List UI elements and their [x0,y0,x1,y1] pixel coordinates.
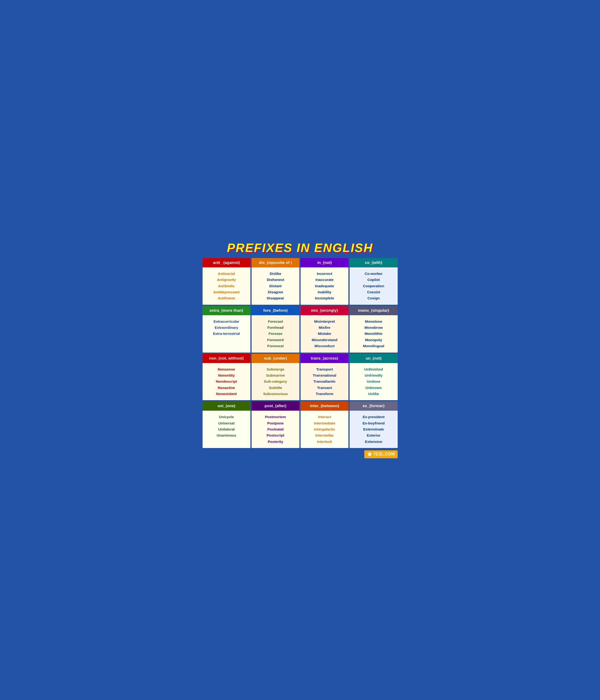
word-item: Nondescript [204,378,249,384]
word-item: Ex-president [351,414,396,420]
cell-inter: inter_(between)InteractIntermediateInter… [301,401,348,448]
word-item: Monopoly [351,337,396,343]
word-item: Extra-terrestrial [204,331,249,337]
body-co: Co-workerCopilotCooperationCoexistCosign [350,268,397,305]
word-item: Subconscious [253,391,298,397]
poster: PREFIXES IN ENGLISH anti_ (against)Antis… [200,237,400,463]
cell-dis: dis_(opposite of )DislikeDishonestDistan… [252,258,299,305]
word-item: Subtitle [253,385,298,391]
header-uni: uni_(one) [203,401,250,411]
header-anti: anti_ (against) [203,258,250,268]
footer-logo: 7ESL.COM [364,450,397,458]
word-item: Forecast [253,319,298,325]
word-item: Antisocial [204,271,249,277]
cell-sub: sub_(under)SubmergeSubmarineSub-category… [252,354,299,400]
word-item: Foresee [253,331,298,337]
body-dis: DislikeDishonestDistantDisagreeDisappear [252,268,299,305]
word-item: Antibiotic [204,283,249,289]
graduation-cap-icon [367,452,372,457]
word-item: Exterminate [351,426,396,432]
word-item: Dislike [253,271,298,277]
word-item: Unilateral [204,426,249,432]
body-in: IncorrectInaccurateInadequateInabilityIn… [301,268,348,305]
body-post: PostmortemPostponePostnatalPostscriptPos… [252,411,299,448]
word-item: Dishonest [253,277,298,283]
body-ex: Ex-presidentEx-boyfriendExterminateExter… [350,411,397,448]
word-item: Transform [302,391,347,397]
header-dis: dis_(opposite of ) [252,258,299,268]
word-item: Monotone [351,319,396,325]
word-item: Monolithic [351,331,396,337]
word-item: Undone [351,378,396,384]
word-item: Distant [253,283,298,289]
word-item: Foreword [253,337,298,343]
body-non: NonsenseNonentityNondescriptNonactiveNon… [203,363,250,400]
body-extra: ExtracurricularExtraordinaryExtra-terres… [203,315,250,353]
word-item: Sub-category [253,378,298,384]
word-item: Inaccurate [302,277,347,283]
word-item: Posterity [253,439,298,445]
cell-non: non_(not, without)NonsenseNonentityNonde… [203,354,250,400]
header-trans: trans_(across) [301,354,348,363]
cell-uni: uni_(one)UnicycleUniversalUnilateralUnan… [203,401,250,448]
cell-co: co_(with)Co-workerCopilotCooperationCoex… [350,258,397,305]
word-item: Unfinished [351,366,396,372]
word-item: Misconduct [302,343,347,349]
word-item: Antidepressant [204,289,249,295]
header-mono: mono_(singular) [350,306,397,315]
header-fore: fore_(before) [252,306,299,315]
poster-title: PREFIXES IN ENGLISH [203,241,398,255]
body-fore: ForecastForeheadForeseeForewordForemost [252,315,299,353]
word-item: Nonentity [204,372,249,378]
header-in: in_(not) [301,258,348,268]
word-item: Inability [302,289,347,295]
header-post: post_(after) [252,401,299,411]
word-item: Cooperation [351,283,396,289]
word-item: Foremost [253,343,298,349]
word-item: Forehead [253,325,298,331]
logo-text: 7ESL.COM [373,452,395,457]
svg-marker-0 [367,452,372,455]
word-item: Postnatal [253,426,298,432]
word-item: Submerge [253,366,298,372]
word-item: Misfire [302,325,347,331]
word-item: Cosign [351,295,396,301]
word-item: Universal [204,420,249,426]
word-item: Coexist [351,289,396,295]
header-extra: extra_(more than) [203,306,250,315]
word-item: Exterior [351,432,396,439]
header-un: un_(not) [350,354,397,363]
body-mono: MonotoneMonobrowMonolithicMonopolyMonoli… [350,315,397,353]
cell-extra: extra_(more than)ExtracurricularExtraord… [203,306,250,353]
header-inter: inter_(between) [301,401,348,411]
word-item: Transact [302,385,347,391]
cell-mono: mono_(singular)MonotoneMonobrowMonolithi… [350,306,397,353]
cell-in: in_(not)IncorrectInaccurateInadequateIna… [301,258,348,305]
word-item: Postmortem [253,414,298,420]
word-item: Unlike [351,391,396,397]
word-item: Inadequate [302,283,347,289]
cell-post: post_(after)PostmortemPostponePostnatalP… [252,401,299,448]
word-item: Transatlantic [302,378,347,384]
word-item: Postpone [253,420,298,426]
body-uni: UnicycleUniversalUnilateralUnanimous [203,411,250,448]
header-non: non_(not, without) [203,354,250,363]
header-sub: sub_(under) [252,354,299,363]
body-sub: SubmergeSubmarineSub-categorySubtitleSub… [252,363,299,400]
word-item: Unicycle [204,414,249,420]
word-item: Transnational [302,372,347,378]
word-item: Intermediate [302,420,347,426]
cell-ex: ex_(former)Ex-presidentEx-boyfriendExter… [350,401,397,448]
body-trans: TransportTransnationalTransatlanticTrans… [301,363,348,400]
word-item: Monobrow [351,325,396,331]
word-item: Submarine [253,372,298,378]
word-item: Unanimous [204,432,249,439]
cell-anti: anti_ (against)AntisocialAntigravityAnti… [203,258,250,305]
body-mis: MisinterpretMisfireMistakeMisunderstandM… [301,315,348,353]
cell-fore: fore_(before)ForecastForeheadForeseeFore… [252,306,299,353]
cell-mis: mis_(wrongly)MisinterpretMisfireMistakeM… [301,306,348,353]
word-item: Ex-boyfriend [351,420,396,426]
word-item: Antifreeze [204,295,249,301]
word-item: Nonsense [204,366,249,372]
body-inter: InteractIntermediateIntergalacticInterst… [301,411,348,448]
